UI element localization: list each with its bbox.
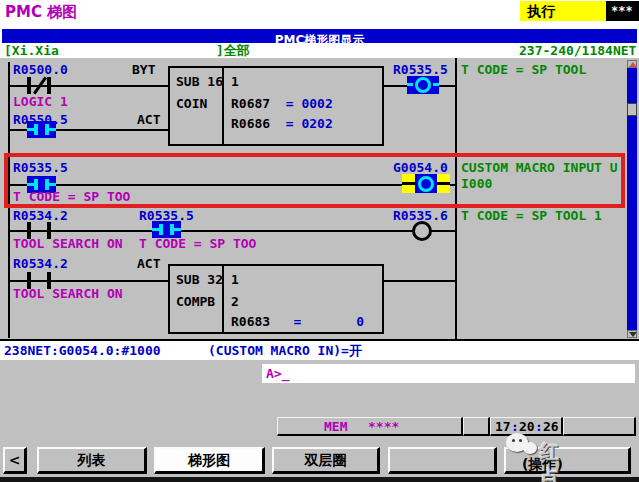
block-name: COIN [176,96,207,111]
block-sub-number: SUB 16 [176,74,223,89]
screen-bottom-edge [0,477,639,482]
rung3-contact1-address: R0534.2 [13,208,68,223]
clock-minutes: 20 [519,419,535,434]
rung1-act-param: ACT [137,112,160,127]
coil-r0535-6 [412,221,432,241]
active-contact-r0550-5 [27,121,56,138]
rung4-contact1-address: R0534.2 [13,256,68,271]
softkey-operate-button[interactable]: (操作) [504,447,631,474]
softkey-ladder-button[interactable]: 梯形图 [154,447,265,474]
screen-title-bar: PMC梯形图显示 [2,29,637,43]
block-register-row: R0687 = 0002 [231,96,333,111]
scrollbar-down-icon [629,332,637,337]
scrollbar-down-button[interactable] [627,330,637,338]
rung3-contact1-comment: TOOL SEARCH ON [13,236,123,251]
scrollbar-up-button[interactable] [627,60,637,68]
empty-status-segment [563,417,636,436]
register-label: R0686 [231,116,270,131]
softkey-label: 双层圈 [305,452,347,468]
screen-title: PMC梯形图显示 [275,33,365,47]
net-range: 237-240/1184NET [519,43,636,58]
rung4-contact1-comment: TOOL SEARCH ON [13,286,123,301]
rung3-contact2-comment: T CODE = SP TOO [139,236,256,251]
rung1-byt-param: BYT [132,62,155,77]
machine-status-badge: *** [606,1,639,21]
clock-seconds: 26 [543,419,559,434]
register-value: = 0 [270,314,364,329]
key-input-field[interactable]: A>_ [262,364,635,383]
rung1-contact1-comment: LOGIC 1 [13,94,68,109]
scrollbar-thumb[interactable] [627,103,637,116]
softkey-label: 列表 [78,452,106,468]
rung3-coil-comment: T CODE = SP TOOL 1 [461,208,602,223]
rung1-coil-address: R0535.5 [393,62,448,77]
active-coil-r0535-5 [407,76,439,94]
search-text: [Xi.Xia [4,43,59,58]
function-block-sub32-compb: SUB 32 COMPB 1 2 R0683 = 0 [168,264,384,334]
ladder-area: R0500.0 BYT LOGIC 1 R0550.5 ACT SUB 16 C… [0,58,639,340]
rung1-coil-comment: T CODE = SP TOOL [461,62,586,77]
softkey-back-button[interactable]: < [3,447,27,474]
register-value: = 0202 [270,116,333,131]
mode-label: MEM [324,419,347,434]
header-bar: PMC 梯图 执行 *** PMC梯形图显示 [Xi.Xia ]全部 237-2… [0,0,639,58]
scrollbar[interactable] [627,60,637,338]
softkey-label: 梯形图 [188,452,230,468]
net-info: 238NET:G0054.0:#1000 [4,343,161,358]
block-register-row: R0683 = 0 [231,314,364,329]
clock-segment: 17 : 20 : 26 [490,417,563,436]
rung1-contact1-address: R0500.0 [13,62,68,77]
clock-separator: : [535,419,543,434]
softkey-list-button[interactable]: 列表 [37,447,147,474]
nc-contact-r0500-0 [27,77,53,94]
clock-separator: : [511,419,519,434]
run-status-badge: 执行 [520,1,606,21]
register-value: = 0002 [270,96,333,111]
run-status-label: 执行 [527,3,555,21]
signal-info: (CUSTOM MACRO IN)=开 [208,343,362,358]
ladder-wire [384,280,455,282]
block-sub-number: SUB 32 [176,272,223,287]
rung4-act-param: ACT [137,256,160,271]
search-scope: ]全部 [216,43,250,58]
mode-stars: **** [368,419,399,434]
mode-status-segment: MEM **** [277,417,463,436]
chevron-left-icon: < [9,452,21,468]
prompt-text: A>_ [266,366,289,381]
register-label: R0687 [231,96,270,111]
clock-hours: 17 [495,419,511,434]
red-annotation-box [4,153,625,208]
block-param1: 1 [231,74,239,89]
block-param1: 1 [231,272,239,287]
pmc-ladder-screen: PMC 梯图 执行 *** PMC梯形图显示 [Xi.Xia ]全部 237-2… [0,0,639,482]
register-label: R0683 [231,314,270,329]
block-name: COMPB [176,294,215,309]
machine-status-label: *** [611,4,633,18]
ladder-wire [10,230,455,232]
empty-status-segment [463,417,490,436]
net-status-line: 238NET:G0054.0:#1000 (CUSTOM MACRO IN)=开 [0,339,639,360]
block-register-row: R0686 = 0202 [231,116,333,131]
scrollbar-up-icon [629,62,637,67]
softkey-operate-label: (操作) [522,453,563,475]
block-param2: 2 [231,294,239,309]
function-block-sub16-coin: SUB 16 COIN 1 R0687 = 0002 R0686 = 0202 [168,66,384,146]
softkey-double-coil-button[interactable]: 双层圈 [272,447,380,474]
app-title: PMC 梯图 [5,3,77,22]
softkey-empty-button[interactable] [388,447,497,474]
